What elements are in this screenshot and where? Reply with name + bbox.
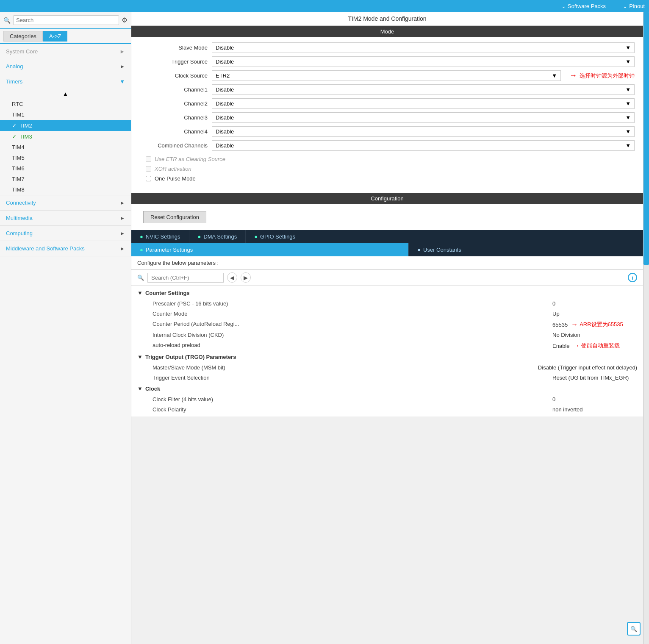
auto-reload-annotation: → 使能自动重装载 [573,342,620,350]
group-label: Counter Settings [145,290,190,296]
reset-configuration-button[interactable]: Reset Configuration [143,211,206,223]
sidebar-item-analog[interactable]: Analog ► [0,59,131,74]
tab-parameter-settings[interactable]: ● Parameter Settings [131,243,409,256]
check-icon: ● [417,247,421,253]
sidebar-item-connectivity[interactable]: Connectivity ► [0,195,131,211]
param-search-bar: 🔍 ◀ ▶ i [131,270,643,286]
channel1-row: Channel1 Disable ▼ [140,84,635,95]
timer-item-tim2[interactable]: ✓ TIM2 [0,120,131,131]
channel4-row: Channel4 Disable ▼ [140,126,635,137]
tab-user-constants[interactable]: ● User Constants [409,243,643,256]
chevron-down-icon: ▼ [137,386,143,392]
timer-item-tim6[interactable]: TIM6 [0,163,131,174]
clock-group[interactable]: ▼ Clock [131,383,643,394]
arrow-right-icon: → [571,321,578,328]
chevron-right-icon: ► [120,230,125,236]
param-clock-division: Internal Clock Division (CKD) No Divisio… [131,330,643,340]
arr-annotation: → ARR设置为65535 [571,321,623,328]
tab-dma-settings[interactable]: ● DMA Settings [189,230,246,243]
content-title: TIM2 Mode and Configuration [131,12,643,26]
sidebar-item-label: Connectivity [6,200,36,206]
config-section-header: Configuration [131,193,643,204]
channel1-select[interactable]: Disable ▼ [212,84,635,95]
channel4-label: Channel4 [140,128,208,135]
mode-section-header: Mode [131,26,643,37]
sidebar-item-multimedia[interactable]: Multimedia ► [0,211,131,226]
trigger-output-group[interactable]: ▼ Trigger Output (TRGO) Parameters [131,351,643,363]
combined-channels-select[interactable]: Disable ▼ [212,140,635,151]
sidebar-tabs: Categories A->Z [0,29,131,44]
pinout-menu[interactable]: ⌄ Pinout [623,3,645,9]
param-prescaler: Prescaler (PSC - 16 bits value) 0 [131,299,643,309]
tab-categories[interactable]: Categories [3,31,43,42]
param-search-input[interactable] [147,273,224,283]
check-icon: ● [198,233,201,240]
check-icon: ✓ [12,122,17,129]
trigger-source-label: Trigger Source [140,58,208,65]
channel3-label: Channel3 [140,114,208,121]
timer-item-tim1[interactable]: TIM1 [0,109,131,120]
clock-source-annotation: → 选择时钟源为外部时钟 [569,71,635,80]
search-icon-small: 🔍 [137,275,144,281]
timer-item-tim4[interactable]: TIM4 [0,142,131,153]
search-input[interactable] [13,15,119,25]
gear-icon[interactable]: ⚙ [122,16,128,24]
sidebar-item-label: Middleware and Software Packs [6,245,85,252]
sidebar-item-middleware[interactable]: Middleware and Software Packs ► [0,241,131,256]
param-msm-bit: Master/Slave Mode (MSM bit) Disable (Tri… [131,363,643,373]
sidebar-item-timers[interactable]: Timers ▼ [0,74,131,89]
scrollbar-thumb[interactable] [643,12,649,265]
software-packs-menu[interactable]: ⌄ Software Packs [561,3,606,9]
counter-settings-group[interactable]: ▼ Counter Settings [131,287,643,299]
tab-gpio-settings[interactable]: ● GPIO Settings [246,230,304,243]
zoom-in-icon[interactable]: 🔍 [627,622,641,636]
sidebar-item-computing[interactable]: Computing ► [0,226,131,241]
channel3-select[interactable]: Disable ▼ [212,112,635,123]
slave-mode-label: Slave Mode [140,44,208,51]
prev-nav-button[interactable]: ◀ [227,272,237,283]
param-clock-polarity: Clock Polarity non inverted [131,405,643,415]
chevron-down-icon: ⌄ [623,3,627,9]
param-clock-filter: Clock Filter (4 bits value) 0 [131,394,643,405]
slave-mode-select[interactable]: Disable ▼ [212,42,635,53]
param-tree: ▼ Counter Settings Prescaler (PSC - 16 b… [131,286,643,416]
use-etr-row: Use ETR as Clearing Source [140,154,635,164]
timers-section: Timers ▼ ▲ RTC TIM1 ✓ TIM2 ✓ TIM3 [0,74,131,195]
slave-mode-row: Slave Mode Disable ▼ [140,42,635,53]
timer-item-tim8[interactable]: TIM8 [0,184,131,195]
sidebar-item-system-core[interactable]: System Core ► [0,44,131,59]
check-icon: ● [140,247,143,253]
chevron-down-icon: ▼ [552,72,557,79]
content-area: TIM2 Mode and Configuration Mode Slave M… [131,12,649,416]
sidebar-search-bar: 🔍 ⚙ [0,12,131,29]
chevron-down-icon: ▼ [625,44,631,51]
trigger-source-select[interactable]: Disable ▼ [212,56,635,67]
timer-item-tim3[interactable]: ✓ TIM3 [0,131,131,142]
group-label: Trigger Output (TRGO) Parameters [145,354,236,360]
check-icon: ● [254,233,258,240]
content-wrapper: TIM2 Mode and Configuration Mode Slave M… [131,12,649,644]
sidebar-item-label: Computing [6,230,33,236]
clock-source-select[interactable]: ETR2 ▼ [212,70,561,81]
vertical-scrollbar[interactable] [643,12,649,644]
sidebar-item-label: Timers [6,78,22,85]
channel4-select[interactable]: Disable ▼ [212,126,635,137]
next-nav-button[interactable]: ▶ [241,272,251,283]
software-packs-label: Software Packs [568,3,606,9]
param-auto-reload: auto-reload preload Enable → 使能自动重装载 [131,340,643,351]
channel2-label: Channel2 [140,100,208,107]
timers-list: ▲ RTC TIM1 ✓ TIM2 ✓ TIM3 TIM4 [0,89,131,195]
timer-item-tim5[interactable]: TIM5 [0,153,131,163]
chevron-down-icon: ▼ [119,78,125,85]
tab-az[interactable]: A->Z [43,31,68,42]
xor-activation-checkbox[interactable] [146,166,151,172]
info-icon[interactable]: i [628,273,637,282]
use-etr-checkbox[interactable] [146,156,151,162]
channel2-row: Channel2 Disable ▼ [140,98,635,109]
timer-item-tim7[interactable]: TIM7 [0,174,131,184]
scroll-up-indicator: ▲ [0,89,131,99]
timer-item-rtc[interactable]: RTC [0,99,131,109]
channel2-select[interactable]: Disable ▼ [212,98,635,109]
one-pulse-mode-checkbox[interactable] [146,176,151,181]
tab-nvic-settings[interactable]: ● NVIC Settings [131,230,189,243]
